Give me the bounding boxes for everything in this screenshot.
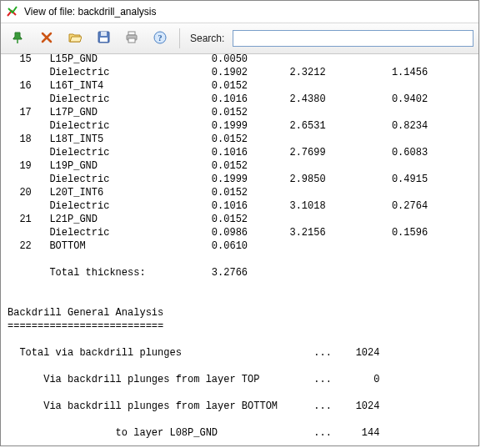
search-label: Search: — [190, 33, 224, 44]
pin-icon — [12, 31, 25, 47]
svg-rect-6 — [128, 32, 135, 35]
save-icon — [98, 31, 110, 46]
report-text: 15 L15P_GND 0.0050 Dielectric 0.1902 2.3… — [1, 54, 478, 440]
svg-rect-5 — [100, 38, 108, 42]
content-area: 15 L15P_GND 0.0050 Dielectric 0.1902 2.3… — [1, 54, 478, 445]
toolbar-separator — [179, 28, 180, 48]
svg-rect-0 — [17, 39, 18, 43]
delete-button[interactable] — [34, 26, 59, 51]
titlebar: View of file: backdrill_analysis — [1, 1, 478, 23]
svg-rect-8 — [128, 38, 135, 43]
pin-button[interactable] — [6, 26, 31, 51]
open-folder-icon — [68, 31, 82, 47]
save-button[interactable] — [91, 26, 116, 51]
toolbar: ? Search: — [1, 23, 478, 54]
app-icon — [6, 5, 19, 18]
file-viewer-window: View of file: backdrill_analysis — [0, 0, 479, 446]
window-title: View of file: backdrill_analysis — [24, 6, 157, 18]
delete-icon — [41, 32, 53, 46]
help-button[interactable]: ? — [148, 26, 173, 51]
search-input[interactable] — [233, 30, 473, 47]
help-icon: ? — [153, 31, 167, 47]
print-icon — [125, 31, 138, 47]
svg-rect-4 — [101, 32, 107, 36]
svg-text:?: ? — [158, 33, 163, 43]
print-button[interactable] — [119, 26, 144, 51]
open-button[interactable] — [63, 26, 88, 51]
